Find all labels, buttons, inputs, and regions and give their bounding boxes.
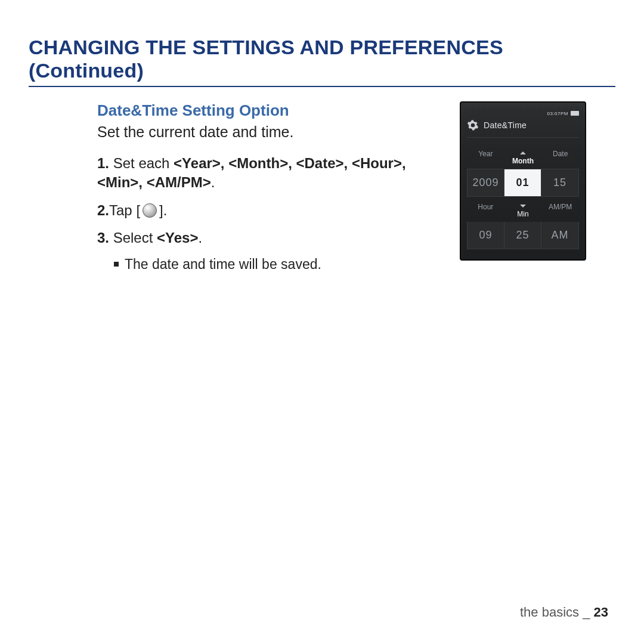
step-field: <Yes>: [157, 230, 198, 246]
step-tail: .: [198, 230, 202, 246]
value-ampm: AM: [541, 222, 578, 249]
step-tail: .: [211, 174, 215, 190]
col-label-min: Min: [504, 197, 542, 222]
footer-section: the basics: [520, 605, 579, 620]
step-3: 3. Select <Yes>.: [97, 228, 443, 247]
device-statusbar: 03:07PM: [467, 110, 579, 117]
page-number: 23: [594, 605, 608, 620]
value-year: 2009: [467, 169, 504, 196]
col-label-date: Date: [541, 146, 579, 169]
step-2: 2. Tap [ ].: [97, 201, 443, 220]
footer-sep: _: [579, 605, 593, 620]
step-number: 1.: [97, 155, 109, 171]
date-grid-row2: Hour Min AM/PM 09 25 AM: [467, 197, 579, 249]
step-note: The date and time will be saved.: [114, 256, 443, 273]
page-footer: the basics _ 23: [520, 605, 608, 620]
value-date: 15: [541, 169, 578, 196]
value-month: 01: [504, 169, 541, 196]
step-text: Tap [: [109, 201, 140, 220]
section-subtext: Set the current date and time.: [97, 123, 443, 141]
page-title: CHANGING THE SETTINGS AND PREFERENCES (C…: [29, 36, 615, 87]
step-number: 2.: [97, 201, 109, 220]
step-tail: ].: [159, 201, 167, 220]
date-grid-row1: Year Month Date 2009 01 15: [467, 146, 579, 197]
arrow-down-icon: [520, 205, 526, 208]
col-label-year: Year: [467, 146, 504, 169]
instruction-column: Date&Time Setting Option Set the current…: [97, 101, 443, 273]
step-text: Set each: [109, 155, 174, 171]
battery-icon: [571, 111, 579, 116]
col-label-ampm: AM/PM: [541, 197, 579, 222]
select-button-icon: [143, 203, 157, 218]
manual-page: CHANGING THE SETTINGS AND PREFERENCES (C…: [0, 0, 644, 644]
step-1: 1. Set each <Year>, <Month>, <Date>, <Ho…: [97, 154, 443, 193]
value-hour: 09: [467, 222, 504, 249]
device-screenshot: 03:07PM Date&Time Year Month Date 2009 0…: [460, 101, 586, 261]
arrow-up-icon: [520, 151, 526, 154]
gear-icon: [467, 119, 479, 131]
bullet-icon: [114, 262, 119, 267]
section-heading: Date&Time Setting Option: [97, 101, 443, 120]
step-text: Select: [109, 230, 157, 246]
col-label-month: Month: [504, 146, 542, 169]
value-min: 25: [504, 222, 541, 249]
col-label-hour: Hour: [467, 197, 504, 222]
step-number: 3.: [97, 230, 109, 246]
note-text: The date and time will be saved.: [125, 256, 321, 273]
device-screen-title: Date&Time: [484, 120, 527, 130]
device-title-row: Date&Time: [467, 119, 579, 138]
content-wrap: Date&Time Setting Option Set the current…: [29, 101, 615, 273]
device-clock: 03:07PM: [547, 111, 568, 116]
